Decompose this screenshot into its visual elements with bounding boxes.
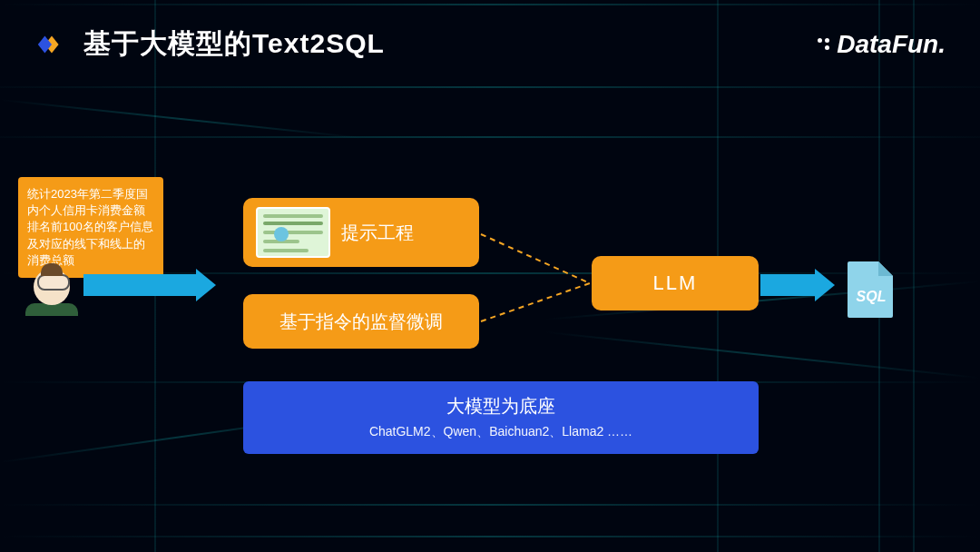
user-avatar-icon (25, 269, 78, 316)
base-model-subtitle: ChatGLM2、Qwen、Baichuan2、Llama2 …… (252, 424, 750, 440)
user-query-speech-bubble: 统计2023年第二季度国内个人信用卡消费金额排名前100名的客户信息及对应的线下… (18, 177, 163, 278)
sft-label: 基于指令的监督微调 (279, 310, 443, 334)
arrow-llm-to-sql-icon (760, 269, 835, 301)
llm-box: LLM (592, 256, 759, 310)
svg-line-3 (481, 283, 590, 321)
prompt-diagram-thumbnail-icon (256, 207, 330, 258)
sft-box: 基于指令的监督微调 (243, 294, 479, 349)
sql-file-icon: SQL (844, 260, 898, 318)
prompt-engineering-label: 提示工程 (341, 221, 414, 245)
svg-line-2 (481, 234, 590, 283)
arrow-user-to-methods-icon (83, 269, 216, 301)
llm-label: LLM (653, 271, 698, 295)
svg-text:SQL: SQL (857, 289, 887, 304)
prompt-engineering-box: 提示工程 (243, 198, 479, 267)
base-model-title: 大模型为底座 (252, 394, 750, 419)
base-model-box: 大模型为底座 ChatGLM2、Qwen、Baichuan2、Llama2 …… (243, 381, 759, 454)
